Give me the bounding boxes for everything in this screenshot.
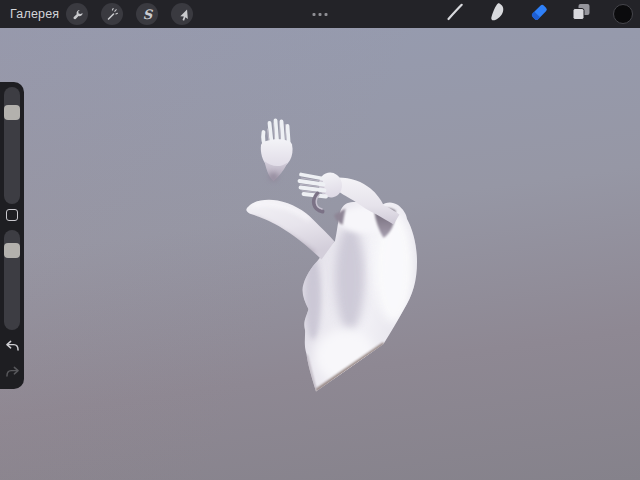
canvas-options-button[interactable]	[313, 0, 328, 28]
transform-arrow-icon	[175, 7, 189, 21]
paint-tool-button[interactable]	[443, 2, 467, 26]
redo-arrow-icon	[5, 364, 20, 382]
undo-button[interactable]	[4, 340, 20, 354]
actions-button[interactable]	[66, 3, 88, 25]
drawing-canvas[interactable]	[0, 28, 640, 480]
right-tool-group	[443, 0, 635, 28]
sidebar-panel	[0, 82, 24, 389]
erase-tool-button[interactable]	[527, 2, 551, 26]
dot	[313, 13, 316, 16]
undo-arrow-icon	[5, 338, 20, 356]
modify-button[interactable]	[6, 209, 18, 221]
layers-button[interactable]	[569, 2, 593, 26]
opacity-slider[interactable]	[4, 230, 20, 330]
brush-size-handle[interactable]	[4, 105, 20, 120]
left-tool-group: S	[66, 3, 193, 25]
magic-wand-icon	[105, 7, 119, 21]
selection-button[interactable]: S	[136, 3, 158, 25]
adjustments-button[interactable]	[101, 3, 123, 25]
dot	[325, 13, 328, 16]
redo-button[interactable]	[4, 366, 20, 380]
brush-icon	[443, 0, 467, 28]
canvas-3d-model	[0, 28, 640, 480]
current-color-swatch	[613, 4, 633, 24]
top-toolbar: Галерея S	[0, 0, 640, 28]
gallery-button[interactable]: Галерея	[10, 7, 59, 21]
eraser-icon	[527, 0, 551, 28]
wrench-icon	[70, 7, 84, 21]
brush-size-slider[interactable]	[4, 87, 20, 204]
smudge-finger-icon	[485, 0, 509, 28]
smudge-tool-button[interactable]	[485, 2, 509, 26]
selection-s-icon: S	[143, 7, 152, 20]
opacity-handle[interactable]	[4, 243, 20, 258]
color-button[interactable]	[611, 2, 635, 26]
transform-button[interactable]	[171, 3, 193, 25]
dot	[319, 13, 322, 16]
layers-icon	[569, 0, 593, 28]
